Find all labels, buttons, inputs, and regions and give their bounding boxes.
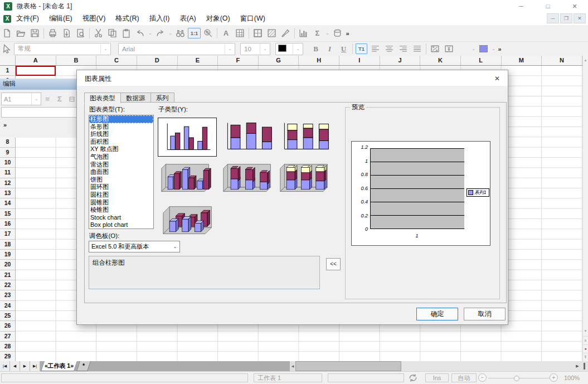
zoom-slider-thumb[interactable] — [514, 376, 519, 381]
font-color-select[interactable]: ⌄ — [275, 43, 303, 55]
autosum-button[interactable]: Σ — [310, 27, 324, 40]
zoom-button[interactable] — [201, 27, 215, 40]
redo-dropdown-icon[interactable]: ⌄ — [167, 31, 173, 36]
chart-type-option[interactable]: 雷达图 — [89, 161, 153, 169]
undo-button[interactable] — [133, 27, 147, 40]
menu-item[interactable]: 编辑(E) — [44, 13, 77, 25]
column-header[interactable]: K — [420, 56, 461, 65]
export-pdf-button[interactable] — [60, 27, 74, 40]
column-header[interactable]: H — [299, 56, 339, 65]
list-icon[interactable]: ≡ — [41, 95, 54, 103]
row-header[interactable]: 25 — [0, 311, 15, 321]
panel-expand-icon[interactable]: » — [3, 121, 7, 128]
chart-type-option[interactable]: 圆柱图 — [89, 191, 153, 199]
column-header[interactable]: C — [96, 56, 137, 65]
row-header[interactable]: 15 — [0, 209, 15, 219]
hscroll-right-icon[interactable]: ▶ — [574, 361, 581, 371]
view-nav-dot-icon[interactable]: ● — [583, 344, 588, 353]
menu-item[interactable]: 格式(R) — [110, 13, 144, 25]
collapse-button[interactable]: << — [326, 258, 341, 270]
menu-item[interactable]: 视图(V) — [77, 13, 111, 25]
sheet-tab-active[interactable]: «工作表 1» — [42, 361, 76, 371]
maximize-icon[interactable]: □ — [534, 0, 561, 12]
cancel-button[interactable]: 取消 — [464, 308, 506, 320]
refresh-icon[interactable] — [408, 373, 418, 384]
currency-style-button[interactable] — [442, 42, 456, 56]
new-document-button[interactable] — [0, 27, 14, 40]
row-header[interactable]: 8 — [0, 137, 15, 147]
chart-type-option[interactable]: 柱形图 — [89, 115, 153, 123]
row-header[interactable]: 1 — [0, 66, 15, 76]
row-header[interactable]: 22 — [0, 280, 15, 290]
fill-color-more-icon[interactable]: ⌄ — [490, 46, 497, 51]
formula-input[interactable] — [1, 107, 81, 118]
redo-button[interactable] — [153, 27, 167, 40]
chart-type-option[interactable]: 气泡图 — [89, 153, 153, 161]
chart-type-option[interactable]: 条形图 — [89, 123, 153, 131]
chart-type-option[interactable]: 饼图 — [89, 176, 153, 184]
last-sheet-icon[interactable]: ▶| — [30, 361, 40, 371]
insert-chart-button[interactable] — [297, 27, 310, 40]
view-nav-prev-icon[interactable]: ± — [583, 336, 588, 344]
chart-type-listbox[interactable]: 柱形图条形图折线图面积图XY 散点图气泡图雷达图曲面图饼图圆环图圆柱图圆锥图棱锥… — [89, 115, 154, 229]
save-button[interactable] — [28, 27, 42, 40]
subtype-3d-column[interactable] — [159, 202, 217, 240]
doc-restore-icon[interactable]: ❐ — [560, 13, 572, 23]
align-justify-button[interactable] — [410, 42, 424, 56]
vertical-scrollbar[interactable]: ▲ ▼ ± ● Ŧ — [582, 56, 588, 361]
align-right-button[interactable] — [396, 42, 410, 56]
font-button[interactable]: A — [219, 27, 233, 40]
bold-button[interactable]: B — [309, 42, 323, 56]
subtype-stacked-column[interactable] — [220, 118, 278, 155]
split-handle[interactable] — [581, 361, 588, 371]
row-header[interactable]: 28 — [0, 342, 15, 352]
tab-series[interactable]: 系列 — [150, 93, 174, 103]
subtype-100-stacked-column[interactable] — [276, 118, 334, 155]
ok-button[interactable]: 确定 — [416, 308, 458, 320]
column-header[interactable]: F — [218, 56, 259, 65]
column-header[interactable]: N — [542, 56, 582, 65]
database-button[interactable] — [331, 27, 344, 40]
row-header[interactable]: 19 — [0, 250, 15, 260]
column-header[interactable]: B — [56, 56, 97, 65]
column-header[interactable]: L — [461, 56, 502, 65]
select-cursor-button[interactable] — [0, 42, 14, 56]
row-header[interactable]: 20 — [0, 260, 15, 270]
underline-button[interactable]: U — [337, 42, 351, 56]
row-header[interactable]: 27 — [0, 332, 15, 342]
column-header[interactable]: G — [259, 56, 299, 65]
open-button[interactable] — [14, 27, 28, 40]
find-button[interactable] — [173, 27, 187, 40]
print-preview-button[interactable] — [74, 27, 88, 40]
palette-select[interactable]: Excel 5.0 和更高版本 ⌄ — [89, 241, 180, 252]
fill-color-dropdown-icon[interactable]: ⌄ — [470, 46, 477, 51]
doc-minimize-icon[interactable]: ─ — [547, 13, 559, 23]
undo-dropdown-icon[interactable]: ⌄ — [147, 31, 153, 36]
subtype-3d-stacked-column[interactable] — [220, 160, 278, 198]
next-sheet-icon[interactable]: ▶ — [20, 361, 30, 371]
chart-type-option[interactable]: XY 散点图 — [89, 145, 153, 153]
row-header[interactable]: 16 — [0, 219, 15, 229]
scroll-up-icon[interactable]: ▲ — [583, 57, 588, 64]
row-header[interactable]: 9 — [0, 148, 15, 158]
chart-type-option[interactable]: 棱锥图 — [89, 206, 153, 214]
chart-type-option[interactable]: 曲面图 — [89, 168, 153, 176]
column-header[interactable]: M — [502, 56, 542, 65]
zoom-level[interactable]: 100% — [564, 375, 580, 381]
row-header[interactable]: 26 — [0, 321, 15, 331]
subtype-3d-clustered-column[interactable] — [158, 160, 216, 198]
new-sheet-tab[interactable]: * — [78, 361, 89, 371]
selected-cell-a1[interactable] — [16, 66, 56, 76]
first-sheet-icon[interactable]: |◀ — [0, 361, 10, 371]
subtype-clustered-column[interactable] — [158, 118, 217, 157]
column-header[interactable]: E — [178, 56, 218, 65]
formatbar-overflow-icon[interactable]: » — [497, 46, 503, 52]
cut-button[interactable] — [91, 27, 105, 40]
percent-style-button[interactable] — [428, 42, 442, 56]
fill-color-button[interactable] — [477, 42, 490, 56]
hscroll-left-icon[interactable]: ◀ — [290, 361, 295, 371]
row-header[interactable]: 21 — [0, 270, 15, 280]
view-nav-next-icon[interactable]: Ŧ — [583, 353, 588, 361]
menu-item[interactable]: 表(A) — [174, 13, 201, 25]
select-all-corner[interactable] — [0, 56, 16, 66]
